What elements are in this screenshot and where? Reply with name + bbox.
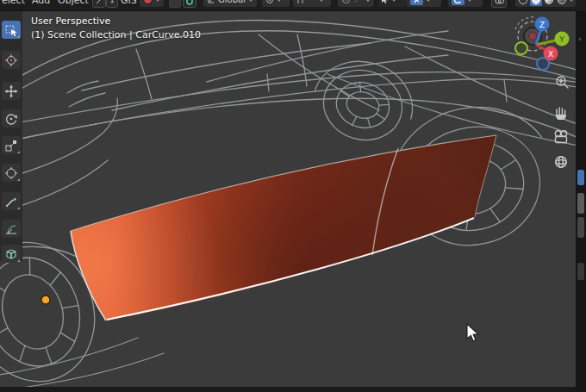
- material-color-swatch: [143, 0, 153, 4]
- gis-tool-icon[interactable]: [183, 0, 196, 8]
- viewport-3d[interactable]: Z Y X: [0, 0, 586, 392]
- transform-orientation-dropdown[interactable]: Global: [203, 0, 257, 7]
- tool-shelf: [0, 10, 22, 261]
- sidebar-tab-item[interactable]: [577, 193, 584, 214]
- axis-y-ball[interactable]: Y: [555, 32, 570, 47]
- tool-tweak-select[interactable]: [2, 21, 21, 39]
- proportional-toggle-button[interactable]: [448, 0, 483, 7]
- pivot-point-dropdown[interactable]: [262, 0, 290, 7]
- brush-icon[interactable]: [92, 0, 106, 8]
- orthographic-toggle-icon[interactable]: [556, 157, 566, 167]
- axis-y-negative[interactable]: [515, 42, 527, 54]
- tool-scale[interactable]: [2, 136, 21, 154]
- snap-on-icon: [410, 0, 423, 5]
- sidebar-expand-icon[interactable]: ‹: [578, 34, 582, 43]
- tool-cursor[interactable]: [2, 51, 21, 69]
- overlays-icon[interactable]: [491, 0, 507, 8]
- snap-dropdown[interactable]: ••: [293, 0, 331, 7]
- solid-shading-button[interactable]: [530, 0, 542, 6]
- viewport-header: elect Add Object 1 GIS Global: [0, 0, 586, 11]
- zoom-icon[interactable]: [557, 77, 568, 88]
- svg-text:Z: Z: [539, 21, 545, 29]
- navigation-gizmo[interactable]: Z Y X: [515, 17, 570, 71]
- selected-control-point[interactable]: [41, 296, 50, 304]
- disabled-icon[interactable]: [169, 0, 181, 8]
- viewport-overlay-text: User Perspective (1) Scene Collection | …: [31, 15, 201, 42]
- sidebar-tab-active[interactable]: [577, 170, 584, 185]
- pan-hand-icon[interactable]: [556, 108, 566, 120]
- menu-select[interactable]: elect: [2, 0, 25, 6]
- proportional-on-icon: [452, 0, 464, 5]
- sidebar-tab-view[interactable]: [577, 263, 584, 280]
- surface-shadow: [71, 135, 496, 320]
- orientation-label: Global: [218, 0, 246, 4]
- snap-toggle-button[interactable]: [407, 0, 441, 7]
- menu-object[interactable]: Object: [58, 0, 89, 6]
- wireframe-shading-button[interactable]: [517, 0, 529, 6]
- menu-add[interactable]: Add: [32, 0, 50, 6]
- gizmo-center-dot: [529, 33, 537, 40]
- sidebar-tab-tool[interactable]: [577, 217, 584, 238]
- active-tool-dropdown[interactable]: [377, 0, 407, 7]
- tool-move[interactable]: [2, 82, 21, 100]
- mouse-cursor: [465, 323, 481, 344]
- shading-mode-group: [515, 0, 576, 7]
- proportional-edit-icon: [341, 0, 351, 4]
- timeline-edge: [0, 387, 576, 392]
- svg-text:Y: Y: [558, 35, 564, 44]
- rendered-shading-button[interactable]: [556, 0, 568, 6]
- material-shading-button[interactable]: [543, 0, 555, 6]
- axis-z-ball[interactable]: Z: [535, 17, 550, 32]
- view-mode-label: User Perspective: [31, 15, 201, 28]
- car-surface[interactable]: [71, 135, 496, 320]
- cursor-arrow-icon: [381, 0, 389, 4]
- tool-measure[interactable]: [2, 220, 21, 238]
- sidebar-collapsed-strip: ‹: [576, 10, 586, 392]
- breadcrumb: (1) Scene Collection | CarCurve.010: [31, 28, 201, 42]
- orientation-icon: [207, 0, 215, 4]
- tool-add-cube[interactable]: [2, 245, 21, 263]
- tool-rotate[interactable]: [2, 109, 21, 128]
- tool-transform[interactable]: [2, 164, 21, 182]
- material-swatch-dropdown[interactable]: [140, 0, 164, 7]
- magnet-icon: [296, 0, 304, 4]
- tool-annotate[interactable]: [2, 192, 21, 210]
- collection-number-icon[interactable]: 1: [106, 0, 118, 8]
- menu-gis[interactable]: GIS: [121, 0, 137, 6]
- snap-target-dots: ••: [307, 0, 316, 3]
- falloff-curve-icon: [353, 0, 363, 3]
- axis-x-ball[interactable]: X: [544, 47, 558, 61]
- proportional-editing-dropdown[interactable]: [338, 0, 374, 7]
- svg-text:X: X: [548, 50, 553, 59]
- pivot-icon: [265, 0, 274, 4]
